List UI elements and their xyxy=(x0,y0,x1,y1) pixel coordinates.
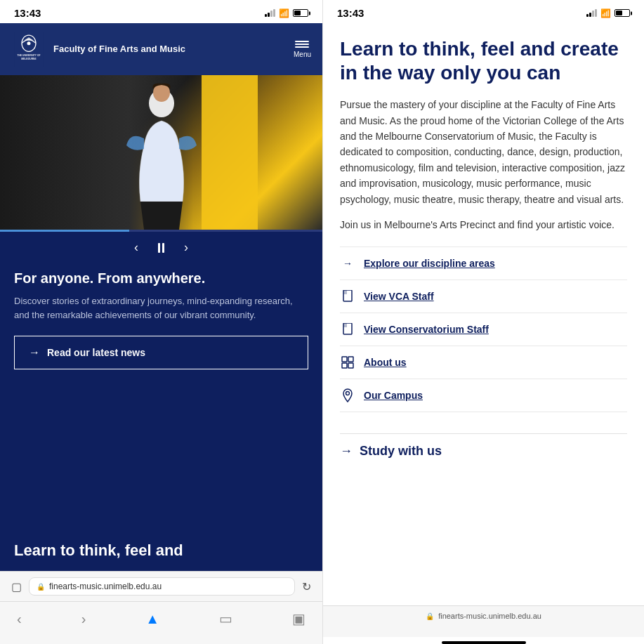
lock-icon: 🔒 xyxy=(37,583,45,591)
right-heading: Learn to think, feel and create in the w… xyxy=(340,37,627,84)
svg-point-15 xyxy=(346,392,350,395)
pin-icon-campus xyxy=(340,388,355,403)
home-indicator-right xyxy=(442,641,526,644)
study-arrow-icon: → xyxy=(340,444,353,459)
right-bottom-bar: 🔒 finearts-music.unimelb.edu.au xyxy=(323,605,644,637)
browser-bar: ▢ 🔒 finearts-music.unimelb.edu.au ↻ xyxy=(0,571,322,601)
tab-icon[interactable]: ▢ xyxy=(11,580,22,593)
wifi-icon-right: 📶 xyxy=(600,8,611,18)
svg-rect-14 xyxy=(348,363,353,368)
menu-button[interactable]: Menu xyxy=(294,41,311,58)
link-label-explore: Explore our discipline areas xyxy=(364,258,495,269)
study-with-us-link[interactable]: → Study with us xyxy=(340,433,627,468)
page-icon-vca xyxy=(340,289,355,304)
right-content: Learn to think, feel and create in the w… xyxy=(323,23,644,605)
page-peek: Learn to think, feel and xyxy=(0,531,322,571)
link-label-campus: Our Campus xyxy=(364,390,423,401)
hero-person xyxy=(123,82,200,230)
phone-left: 13:43 📶 xyxy=(0,0,323,644)
read-news-button[interactable]: → Read our latest news xyxy=(14,336,308,369)
signal-bars-left xyxy=(265,9,275,17)
carousel-prev[interactable]: ‹ xyxy=(129,239,144,256)
link-label-vca: View VCA Staff xyxy=(364,291,434,302)
url-text: finearts-music.unimelb.edu.au xyxy=(49,581,162,591)
svg-text:MELBOURNE: MELBOURNE xyxy=(21,58,37,60)
refresh-button[interactable]: ↻ xyxy=(302,580,311,593)
list-item-explore[interactable]: → Explore our discipline areas xyxy=(340,247,627,280)
time-right: 13:43 xyxy=(337,7,364,19)
menu-label: Menu xyxy=(294,51,311,58)
peek-text: Learn to think, feel and xyxy=(14,541,308,561)
cta-arrow-icon: → xyxy=(29,346,40,359)
hero-body: Discover stories of extraordinary journe… xyxy=(14,294,308,322)
hero-image xyxy=(0,75,322,230)
page-icon-conserv xyxy=(340,322,355,337)
site-header-left: THE UNIVERSITY OF MELBOURNE Faculty of F… xyxy=(11,32,185,67)
link-label-about: About us xyxy=(364,357,407,368)
links-list: → Explore our discipline areas View VCA … xyxy=(340,247,627,412)
right-url-text: finearts-music.unimelb.edu.au xyxy=(438,612,541,620)
right-body-2: Join us in Melbourne's Arts Precinct and… xyxy=(340,217,627,232)
study-link-label: Study with us xyxy=(360,444,442,459)
arrow-icon-explore: → xyxy=(340,256,355,271)
list-item-conserv[interactable]: View Conservatorium Staff xyxy=(340,313,627,346)
svg-rect-10 xyxy=(343,323,347,327)
browser-url-bar[interactable]: 🔒 finearts-music.unimelb.edu.au xyxy=(29,577,295,596)
list-item-vca[interactable]: View VCA Staff xyxy=(340,280,627,313)
carousel-progress xyxy=(0,230,322,232)
website-frame: THE UNIVERSITY OF MELBOURNE Faculty of F… xyxy=(0,23,322,531)
svg-rect-8 xyxy=(343,290,347,294)
hero-heading: For anyone. From anywhere. xyxy=(14,269,308,287)
tabs-button[interactable]: ▣ xyxy=(287,607,311,630)
cta-label: Read our latest news xyxy=(47,347,145,358)
browser-nav: ‹ › ▲ ▭ ▣ xyxy=(0,601,322,644)
status-bar-right: 13:43 📶 xyxy=(323,0,644,23)
link-label-conserv: View Conservatorium Staff xyxy=(364,324,489,335)
list-item-campus[interactable]: Our Campus xyxy=(340,379,627,412)
svg-rect-0 xyxy=(14,32,44,67)
forward-button[interactable]: › xyxy=(76,608,92,630)
lock-icon-right: 🔒 xyxy=(426,612,434,620)
phone-right: 13:43 📶 Learn to think, feel and create … xyxy=(323,0,644,644)
right-body-1: Pursue the mastery of your discipline at… xyxy=(340,97,627,207)
status-icons-right: 📶 xyxy=(586,8,630,18)
carousel-controls: ‹ › xyxy=(0,232,322,263)
faculty-title: Faculty of Fine Arts and Music xyxy=(53,44,185,55)
status-bar-left: 13:43 📶 xyxy=(0,0,322,23)
battery-icon-left xyxy=(293,9,308,17)
bookmarks-button[interactable]: ▭ xyxy=(213,607,238,630)
grid-icon-about xyxy=(340,355,355,370)
svg-rect-11 xyxy=(342,357,347,362)
svg-text:THE UNIVERSITY OF: THE UNIVERSITY OF xyxy=(17,54,40,57)
hero-text-section: For anyone. From anywhere. Discover stor… xyxy=(0,263,322,531)
svg-point-2 xyxy=(27,41,31,45)
back-button[interactable]: ‹ xyxy=(11,608,27,630)
list-item-about[interactable]: About us xyxy=(340,346,627,379)
status-icons-left: 📶 xyxy=(265,8,308,18)
signal-bars-right xyxy=(586,9,597,17)
carousel-pause[interactable] xyxy=(158,243,164,253)
svg-rect-13 xyxy=(342,363,347,368)
battery-icon-right xyxy=(615,9,630,17)
wifi-icon-left: 📶 xyxy=(279,8,289,18)
uni-logo: THE UNIVERSITY OF MELBOURNE xyxy=(11,32,46,67)
time-left: 13:43 xyxy=(14,7,41,19)
site-header: THE UNIVERSITY OF MELBOURNE Faculty of F… xyxy=(0,23,322,75)
carousel-next[interactable]: › xyxy=(178,239,194,256)
share-button[interactable]: ▲ xyxy=(140,608,165,630)
svg-rect-12 xyxy=(348,357,353,362)
